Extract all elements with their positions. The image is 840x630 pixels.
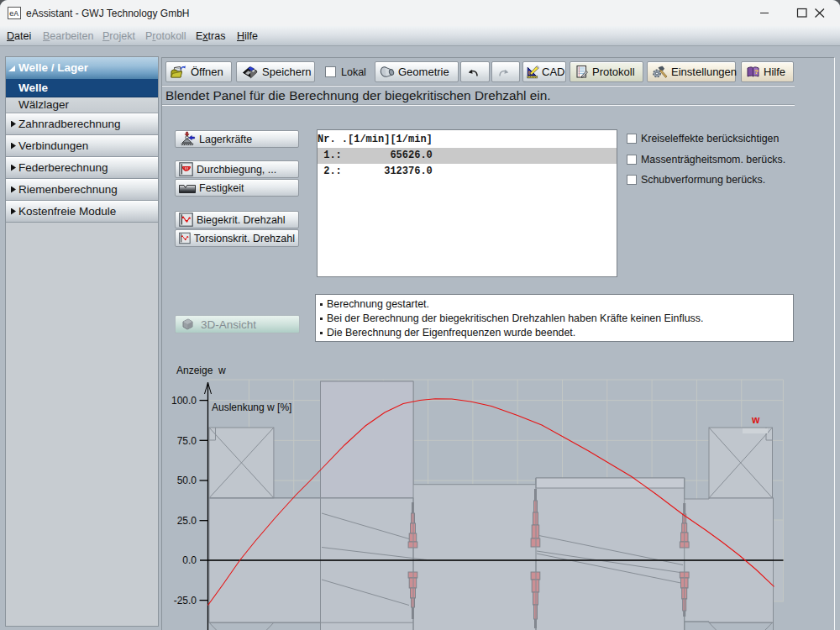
svg-text:0.0: 0.0 (182, 554, 197, 566)
svg-text:?: ? (754, 68, 759, 76)
svg-text:25.0: 25.0 (177, 515, 197, 527)
svg-text:eA: eA (9, 10, 18, 18)
svg-text:Auslenkung w [%]: Auslenkung w [%] (212, 402, 291, 413)
svg-text:Anzeige: Anzeige (176, 365, 213, 376)
svg-text:w: w (218, 365, 226, 376)
svg-text:100.0: 100.0 (171, 395, 197, 407)
svg-text:75.0: 75.0 (177, 435, 197, 447)
svg-text:50.0: 50.0 (177, 475, 197, 486)
svg-text:-25.0: -25.0 (174, 595, 197, 606)
svg-text:w: w (751, 414, 760, 426)
